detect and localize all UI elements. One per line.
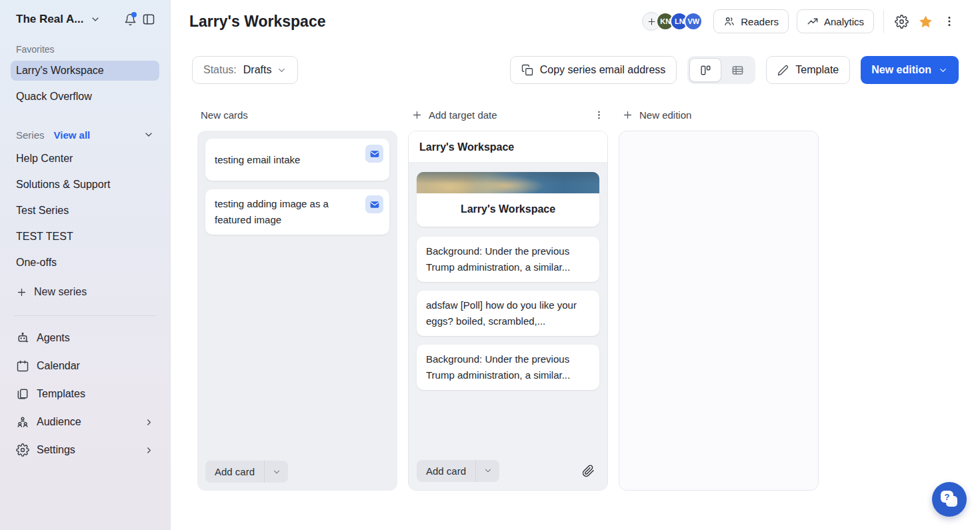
attachment-button[interactable]	[577, 459, 599, 482]
sidebar-item-larrys-workspace[interactable]: Larry's Workspace	[11, 61, 159, 81]
kanban-card[interactable]: Background: Under the previous Trump adm…	[417, 237, 599, 282]
kanban-icon	[699, 64, 712, 77]
avatar[interactable]: VW	[684, 12, 703, 31]
sidebar-item-quack-overflow[interactable]: Quack Overflow	[11, 87, 159, 107]
email-badge	[365, 145, 383, 163]
edition-title[interactable]: Larry's Workspace	[409, 131, 607, 163]
sidebar-item-audience[interactable]: Audience	[11, 412, 159, 432]
help-chat-button[interactable]: ?	[932, 482, 967, 517]
favorites-label: Favorites	[11, 44, 159, 55]
copy-series-email-button[interactable]: Copy series email address	[510, 56, 677, 84]
column-new-edition: New edition	[619, 107, 819, 491]
sidebar-item-test-series[interactable]: Test Series	[11, 201, 159, 221]
sidebar-item-label: Audience	[37, 416, 81, 428]
sidebar-item-one-offs[interactable]: One-offs	[11, 253, 159, 273]
workspace-switcher[interactable]: The Real A...	[11, 9, 159, 29]
favorite-star-button[interactable]	[913, 9, 937, 33]
sidebar-item-label: Larry's Workspace	[16, 65, 104, 77]
kanban-card[interactable]: testing adding image as a featured image	[205, 189, 389, 235]
column-footer: Add card	[205, 461, 389, 483]
sidebar-item-label: One-offs	[16, 257, 57, 269]
column-footer: Add card	[417, 459, 599, 482]
sidebar-item-label: Templates	[37, 388, 85, 400]
pencil-icon	[777, 65, 789, 76]
status-filter-dropdown[interactable]: Status: Drafts	[192, 56, 298, 84]
sidebar-item-templates[interactable]: Templates	[11, 384, 159, 404]
card-title: adsfaw [Poll] how do you like your eggs?…	[426, 299, 577, 327]
add-card-button[interactable]: Add card	[205, 461, 288, 483]
new-edition-label: New edition	[871, 64, 931, 76]
column-header: Add target date	[408, 107, 608, 123]
new-edition-column-button[interactable]: New edition	[622, 109, 691, 121]
chevron-right-icon	[144, 445, 154, 455]
sidebar-item-solutions-support[interactable]: Solutions & Support	[11, 175, 159, 195]
column-edition: Add target date Larry's Workspace Larry'…	[408, 107, 608, 491]
new-edition-button[interactable]: New edition	[861, 56, 959, 84]
sidebar-item-help-center[interactable]: Help Center	[11, 149, 159, 169]
sidebar-item-test-test[interactable]: TEST TEST	[11, 227, 159, 247]
kanban-view-button[interactable]	[689, 58, 721, 82]
sidebar-item-label: Quack Overflow	[16, 91, 92, 103]
notification-dot	[131, 12, 137, 17]
coastal-city-photo	[417, 172, 599, 193]
featured-card[interactable]: Larry's Workspace	[417, 172, 599, 227]
paperclip-icon	[582, 465, 595, 477]
sidebar-toggle-button[interactable]	[139, 10, 158, 29]
notifications-button[interactable]	[121, 10, 139, 29]
kanban-card[interactable]: testing email intake	[205, 139, 389, 181]
card-title: testing email intake	[215, 152, 300, 168]
gear-icon	[895, 15, 909, 29]
status-value: Drafts	[243, 64, 272, 76]
chevron-down-icon[interactable]	[143, 129, 154, 140]
chevron-right-icon	[144, 417, 154, 427]
series-label: Series	[16, 129, 45, 141]
new-series-button[interactable]: New series	[11, 282, 159, 302]
chat-question-icon: ?	[941, 491, 958, 508]
series-view-all-link[interactable]: View all	[54, 129, 91, 141]
sidebar-item-label: Test Series	[16, 205, 69, 217]
card-title: Background: Under the previous Trump adm…	[426, 245, 570, 273]
template-label: Template	[795, 64, 839, 76]
sidebar-item-settings[interactable]: Settings	[11, 440, 159, 460]
template-button[interactable]: Template	[766, 56, 850, 84]
sidebar-item-label: Solutions & Support	[16, 179, 110, 191]
star-icon	[918, 14, 933, 29]
sidebar-item-label: TEST TEST	[16, 231, 73, 243]
envelope-icon	[369, 149, 380, 159]
status-label: Status:	[203, 64, 237, 76]
sidebar-item-calendar[interactable]: Calendar	[11, 356, 159, 376]
column-body: testing email intake testing adding imag…	[197, 131, 397, 491]
readers-button[interactable]: Readers	[713, 9, 789, 33]
copy-icon	[521, 64, 533, 76]
featured-card-title: Larry's Workspace	[417, 193, 599, 227]
new-edition-column-label: New edition	[639, 109, 691, 121]
column-menu-button[interactable]	[593, 109, 605, 121]
readers-icon	[723, 15, 735, 27]
settings-gear-button[interactable]	[889, 9, 913, 33]
add-card-label: Add card	[205, 461, 264, 483]
sidebar-item-agents[interactable]: Agents	[11, 328, 159, 348]
empty-column-dropzone[interactable]	[619, 131, 819, 491]
sidebar-item-label: Calendar	[37, 360, 80, 372]
plus-icon	[411, 109, 423, 121]
add-target-date-button[interactable]: Add target date	[411, 109, 497, 121]
sidebar-item-label: Help Center	[16, 153, 73, 165]
toolbar-actions: Copy series email address Template New e…	[510, 56, 959, 84]
card-title: Background: Under the previous Trump adm…	[426, 353, 570, 381]
table-view-button[interactable]	[721, 58, 753, 82]
kanban-card[interactable]: adsfaw [Poll] how do you like your eggs?…	[417, 291, 599, 336]
more-options-button[interactable]	[937, 9, 961, 33]
add-card-button[interactable]: Add card	[417, 460, 499, 482]
analytics-button[interactable]: Analytics	[797, 9, 874, 33]
chevron-down-icon	[938, 65, 948, 75]
series-section-header: Series View all	[11, 127, 159, 143]
avatar-group: KN LN VW	[642, 12, 703, 31]
sidebar-item-label: Settings	[37, 444, 75, 456]
add-target-date-label: Add target date	[429, 109, 497, 121]
audience-icon	[16, 415, 29, 429]
kanban-board: New cards testing email intake testing a…	[171, 84, 980, 530]
add-card-dropdown[interactable]	[475, 460, 499, 482]
kanban-card[interactable]: Background: Under the previous Trump adm…	[417, 345, 599, 390]
column-title: New cards	[201, 109, 248, 121]
add-card-dropdown[interactable]	[264, 461, 288, 483]
